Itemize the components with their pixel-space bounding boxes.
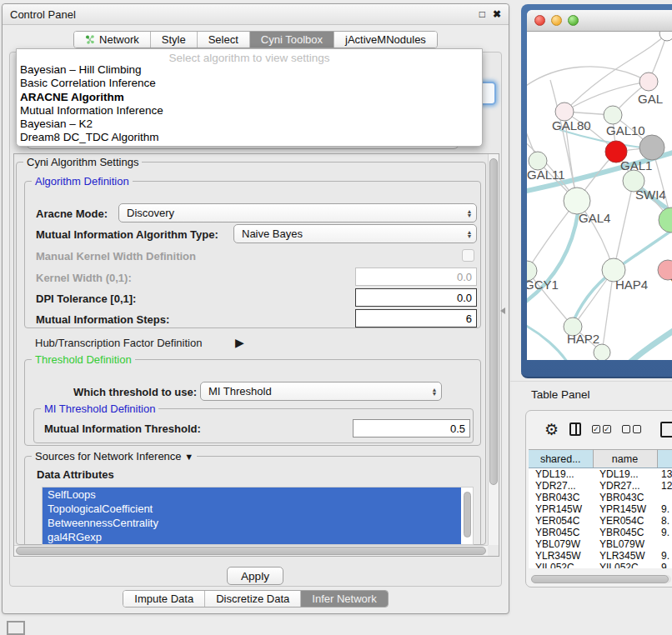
column-header[interactable]: name xyxy=(593,450,657,468)
table-horizontal-scrollbar[interactable] xyxy=(531,575,671,583)
sources-group: Sources for Network Inference ▼ Data Att… xyxy=(24,456,481,556)
mi-algorithm-type-select[interactable]: Naive Bayes ▲▼ xyxy=(233,224,477,243)
attribute-item[interactable]: BetweennessCentrality xyxy=(43,516,461,530)
tab-infer-network[interactable]: Infer Network xyxy=(301,591,387,607)
table-cell: YBR043C xyxy=(593,492,657,503)
node-label: GAL11 xyxy=(527,168,565,182)
table-row[interactable]: YIL052CYIL052C9 xyxy=(529,562,672,568)
apply-button[interactable]: Apply xyxy=(227,567,283,585)
tab-label: Cyni Toolbox xyxy=(261,33,323,46)
split-collapse-arrow[interactable] xyxy=(500,308,505,314)
tab-label: Network xyxy=(99,33,139,46)
table-header-row: shared...nameA xyxy=(529,450,672,468)
algorithm-option[interactable]: Bayesian – Hill Climbing xyxy=(17,63,482,77)
table-cell: YIL052C xyxy=(529,562,593,568)
algorithm-option[interactable]: Mutual Information Inference xyxy=(17,104,482,118)
table-cell: YPR145W xyxy=(593,503,657,515)
table-cell: YPR145W xyxy=(529,503,593,515)
table-row[interactable]: YLR345WYLR345W9. xyxy=(529,550,672,562)
minimized-panel-icon[interactable] xyxy=(7,621,25,635)
deselect-all-columns-icon[interactable] xyxy=(622,425,641,433)
aracne-mode-select[interactable]: Discovery ▲▼ xyxy=(118,203,477,222)
algorithm-option[interactable]: ARACNE Algorithm xyxy=(17,91,482,104)
combo-value: MI Threshold xyxy=(208,385,272,398)
control-panel-titlebar[interactable]: Control Panel □ ✖ xyxy=(3,4,509,25)
kernel-width-input[interactable]: 0.0 xyxy=(355,268,477,286)
collapse-arrow-icon[interactable]: ▼ xyxy=(184,452,193,462)
attribute-item[interactable]: gal4RGexp xyxy=(43,530,461,544)
attribute-item[interactable]: TopologicalCoefficient xyxy=(43,502,461,516)
tab-select[interactable]: Select xyxy=(198,32,250,48)
table-cell: 9. xyxy=(657,503,672,515)
manual-kernel-checkbox[interactable] xyxy=(462,249,474,262)
column-header[interactable]: shared... xyxy=(529,450,593,468)
tab-discretize-data[interactable]: Discretize Data xyxy=(205,591,301,607)
network-node[interactable] xyxy=(639,72,658,91)
table-row[interactable]: YER054CYER054C8. xyxy=(529,515,672,527)
table-row[interactable]: YBR045CYBR045C9. xyxy=(529,527,672,538)
split-columns-icon[interactable] xyxy=(569,422,581,436)
mi-threshold-input[interactable]: 0.5 xyxy=(353,419,470,438)
network-node[interactable] xyxy=(639,135,664,160)
hub-definition-label: Hub/Transcription Factor Definition xyxy=(35,337,202,349)
tab-impute-data[interactable]: Impute Data xyxy=(123,591,205,607)
table-row[interactable]: YBR043CYBR043C xyxy=(529,492,672,503)
combo-stepper-icon: ▲▼ xyxy=(428,388,441,396)
cyni-algorithm-settings-group: Cyni Algorithm Settings Algorithm Defini… xyxy=(16,162,486,545)
column-header[interactable]: A xyxy=(657,450,672,468)
table-cell: YBR043C xyxy=(529,492,593,503)
table-row[interactable]: YDR27...YDR27...12 xyxy=(529,480,672,492)
table-row[interactable]: YPR145WYPR145W9. xyxy=(529,503,672,515)
new-table-icon[interactable] xyxy=(660,422,672,438)
threshold-definition-group: Threshold Definition Which threshold to … xyxy=(24,359,481,446)
gear-icon[interactable]: ⚙ xyxy=(544,422,559,438)
table-cell: YLR345W xyxy=(529,550,593,562)
expand-arrow-icon[interactable]: ▶ xyxy=(235,336,244,349)
algorithm-definition-group: Algorithm Definition Aracne Mode: Discov… xyxy=(24,181,481,328)
list-scrollbar[interactable] xyxy=(464,492,471,538)
window-title: Control Panel xyxy=(10,8,76,21)
tab-cyni-toolbox[interactable]: Cyni Toolbox xyxy=(250,32,334,48)
network-canvas[interactable]: GALGAL80GAL10GAL1GAL11SWI4GAL4GCY1HAP4YH… xyxy=(527,32,672,360)
table-cell: 9 xyxy=(657,562,672,568)
network-node[interactable] xyxy=(604,106,622,124)
algorithm-option[interactable]: Bayesian – K2 xyxy=(17,118,482,131)
network-window-titlebar[interactable] xyxy=(527,10,672,32)
mi-type-label: Mutual Information Algorithm Type: xyxy=(36,228,218,241)
mi-threshold-definition-group: MI Threshold Definition Mutual Informati… xyxy=(33,408,474,443)
top-tab-bar: NetworkStyleSelectCyni ToolboxjActiveMNo… xyxy=(3,31,509,48)
zoom-traffic-light[interactable] xyxy=(568,15,579,26)
table-cell: YER054C xyxy=(593,515,657,527)
algorithm-list: Bayesian – Hill ClimbingBasic Correlatio… xyxy=(17,63,482,145)
dpi-tolerance-input[interactable]: 0.0 xyxy=(355,288,477,307)
attribute-item[interactable]: SelfLoops xyxy=(43,488,461,502)
horizontal-scrollbar[interactable] xyxy=(14,545,488,556)
tab-style[interactable]: Style xyxy=(151,32,198,48)
algorithm-option[interactable]: Basic Correlation Inference xyxy=(17,77,482,90)
table-cell: YDL19... xyxy=(593,468,657,481)
table-cell: 8. xyxy=(657,515,672,527)
select-all-columns-icon[interactable]: ✓✓ xyxy=(592,425,611,433)
group-title: Algorithm Definition xyxy=(32,175,133,188)
close-traffic-light[interactable] xyxy=(534,15,545,26)
algorithm-dropdown-popup: Select algorithm to view settings Bayesi… xyxy=(16,48,483,147)
network-node[interactable] xyxy=(659,208,672,232)
which-threshold-select[interactable]: MI Threshold ▲▼ xyxy=(200,382,442,401)
table-row[interactable]: YBL079WYBL079W xyxy=(529,538,672,550)
table-row[interactable]: YDL19...YDL19...13 xyxy=(529,468,672,481)
table-toolbar: ⚙ ✓✓ xyxy=(526,411,672,448)
network-node[interactable] xyxy=(594,344,610,360)
mi-steps-input[interactable]: 6 xyxy=(355,309,477,328)
tab-jactivemnodules[interactable]: jActiveMNodules xyxy=(334,32,437,48)
node-label: GAL80 xyxy=(552,118,591,132)
float-window-icon[interactable]: □ xyxy=(479,9,485,19)
algorithm-option[interactable]: Dream8 DC_TDC Algorithm xyxy=(17,131,482,144)
network-node[interactable] xyxy=(659,32,672,41)
mi-steps-label: Mutual Information Steps: xyxy=(36,313,169,326)
tab-network[interactable]: Network xyxy=(74,32,151,48)
node-label: GAL xyxy=(638,92,663,106)
minimize-traffic-light[interactable] xyxy=(551,15,562,26)
close-window-icon[interactable]: ✖ xyxy=(493,9,501,19)
vertical-scrollbar[interactable] xyxy=(488,154,499,545)
table-body: YDL19...YDL19...13YDR27...YDR27...12YBR0… xyxy=(529,468,672,569)
